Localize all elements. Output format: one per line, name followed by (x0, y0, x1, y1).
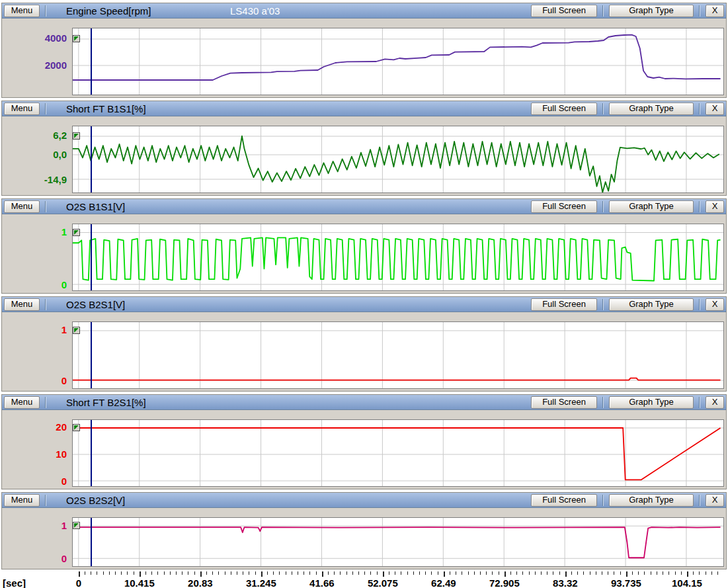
axis-minor-tick (377, 571, 378, 575)
axis-minor-tick (681, 571, 682, 575)
axis-minor-tick (608, 571, 608, 575)
close-button[interactable]: X (706, 396, 724, 409)
axis-minor-tick (303, 571, 304, 575)
y-axis-handle[interactable] (73, 424, 80, 431)
handle-arrow-icon (74, 523, 79, 528)
trace (73, 378, 721, 380)
axis-major-tick (200, 571, 202, 577)
graph-type-button[interactable]: Graph Type (609, 103, 694, 115)
separator (602, 201, 604, 212)
time-cursor[interactable] (91, 420, 92, 486)
graph-type-button[interactable]: Graph Type (609, 396, 694, 409)
axis-minor-tick (328, 571, 329, 575)
time-tick-label: 0 (76, 577, 81, 588)
axis-minor-tick (212, 571, 213, 575)
axis-minor-tick (225, 571, 225, 575)
axis-minor-tick (614, 571, 614, 575)
graph-type-button[interactable]: Graph Type (609, 200, 694, 213)
y-axis-labels: 40002000 (2, 28, 72, 95)
axis-minor-tick (620, 571, 621, 575)
chart-svg (73, 322, 723, 388)
full-screen-button[interactable]: Full Screen (531, 494, 597, 507)
axis-minor-tick (474, 571, 475, 575)
menu-button[interactable]: Menu (4, 396, 40, 409)
full-screen-button[interactable]: Full Screen (531, 298, 597, 311)
close-button[interactable]: X (706, 5, 724, 17)
panel-header: Menu Short FT B1S1[%] Full Screen Graph … (2, 101, 726, 116)
axis-minor-tick (462, 571, 462, 575)
time-cursor[interactable] (91, 126, 92, 192)
panel-title: O2S B1S1[V] (66, 201, 125, 212)
full-screen-button[interactable]: Full Screen (531, 5, 597, 17)
separator (699, 201, 700, 212)
axis-major-tick (687, 571, 688, 577)
axis-minor-tick (340, 571, 341, 575)
time-cursor[interactable] (91, 224, 92, 290)
full-screen-button[interactable]: Full Screen (531, 200, 597, 213)
axis-minor-tick (522, 571, 523, 575)
axis-minor-tick (499, 571, 499, 575)
time-cursor[interactable] (91, 28, 92, 95)
y-tick-label: 1 (61, 226, 67, 237)
y-tick-label: 0 (61, 476, 67, 487)
panel-header: Menu O2S B2S1[V] Full Screen Graph Type … (2, 297, 726, 312)
separator (45, 397, 46, 408)
axis-minor-tick (206, 571, 207, 575)
panel-header: Menu Short FT B2S1[%] Full Screen Graph … (2, 395, 726, 410)
axis-minor-tick (535, 571, 536, 575)
graph-type-button[interactable]: Graph Type (609, 494, 694, 507)
axis-minor-tick (456, 571, 456, 575)
separator (602, 299, 604, 310)
time-axis-unit-label: [sec] (3, 577, 26, 588)
axis-minor-tick (699, 571, 700, 575)
time-cursor[interactable] (91, 322, 92, 388)
menu-button[interactable]: Menu (4, 103, 40, 115)
menu-button[interactable]: Menu (4, 200, 40, 213)
time-tick-label: 31.245 (246, 577, 276, 588)
panel-o2s-b2s1: Menu O2S B2S1[V] Full Screen Graph Type … (1, 296, 727, 392)
axis-minor-tick (706, 571, 706, 575)
close-button[interactable]: X (706, 200, 724, 213)
axis-minor-tick (267, 571, 268, 575)
chart-svg (73, 518, 723, 566)
full-screen-button[interactable]: Full Screen (531, 103, 597, 115)
axis-minor-tick (553, 571, 553, 575)
chart-svg (73, 126, 723, 192)
axis-minor-tick (157, 571, 158, 575)
axis-minor-tick (91, 571, 91, 575)
close-button[interactable]: X (706, 494, 724, 507)
y-axis-handle[interactable] (73, 132, 80, 140)
axis-minor-tick (547, 571, 547, 575)
trace (73, 527, 721, 558)
y-tick-label: 0,0 (53, 149, 67, 160)
axis-minor-tick (151, 571, 152, 575)
chart-svg (73, 224, 723, 290)
close-button[interactable]: X (706, 298, 724, 311)
axis-minor-tick (334, 571, 335, 575)
y-axis-handle[interactable] (73, 522, 80, 529)
menu-button[interactable]: Menu (4, 298, 40, 311)
trace (73, 35, 721, 80)
axis-major-tick (79, 571, 80, 577)
full-screen-button[interactable]: Full Screen (531, 396, 597, 409)
separator (602, 103, 604, 114)
y-axis-handle[interactable] (73, 35, 80, 42)
y-axis-handle[interactable] (73, 327, 80, 334)
y-axis-handle[interactable] (73, 229, 80, 236)
axis-minor-tick (717, 571, 718, 575)
vehicle-model-label: LS430 a'03 (230, 5, 280, 17)
close-button[interactable]: X (706, 103, 724, 115)
graph-type-button[interactable]: Graph Type (609, 298, 694, 311)
menu-button[interactable]: Menu (4, 494, 40, 507)
panel-engine-speed: Menu Engine Speed[rpm] LS430 a'03 Full S… (1, 3, 727, 98)
axis-minor-tick (164, 571, 165, 575)
plot-area (72, 126, 724, 193)
time-cursor[interactable] (91, 518, 92, 566)
axis-minor-tick (407, 571, 408, 575)
graph-type-button[interactable]: Graph Type (609, 5, 694, 17)
axis-minor-tick (644, 571, 645, 575)
axis-minor-tick (255, 571, 256, 575)
axis-minor-tick (577, 571, 578, 575)
axis-minor-tick (419, 571, 420, 575)
menu-button[interactable]: Menu (4, 5, 40, 17)
